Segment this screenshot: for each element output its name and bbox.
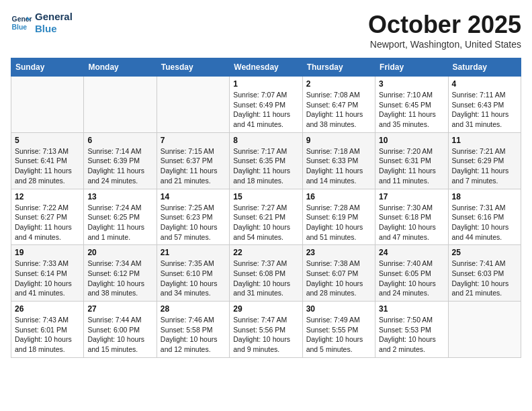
calendar-cell: 5Sunrise: 7:13 AM Sunset: 6:41 PM Daylig… — [11, 132, 84, 189]
calendar-cell: 8Sunrise: 7:17 AM Sunset: 6:35 PM Daylig… — [230, 132, 302, 189]
day-number: 17 — [379, 192, 444, 201]
day-info: Sunrise: 7:14 AM Sunset: 6:39 PM Dayligh… — [87, 146, 152, 186]
title-area: October 2025 Newport, Washington, United… — [368, 11, 521, 50]
calendar-cell: 12Sunrise: 7:22 AM Sunset: 6:27 PM Dayli… — [11, 189, 84, 245]
calendar-cell: 11Sunrise: 7:21 AM Sunset: 6:29 PM Dayli… — [448, 132, 521, 189]
week-row-4: 19Sunrise: 7:33 AM Sunset: 6:14 PM Dayli… — [11, 245, 521, 302]
calendar-cell: 17Sunrise: 7:30 AM Sunset: 6:18 PM Dayli… — [375, 189, 448, 245]
calendar-cell: 15Sunrise: 7:27 AM Sunset: 6:21 PM Dayli… — [230, 189, 302, 245]
day-number: 26 — [15, 304, 80, 314]
day-info: Sunrise: 7:13 AM Sunset: 6:41 PM Dayligh… — [15, 146, 80, 186]
day-info: Sunrise: 7:21 AM Sunset: 6:29 PM Dayligh… — [452, 146, 517, 186]
calendar-cell: 30Sunrise: 7:49 AM Sunset: 5:55 PM Dayli… — [302, 302, 375, 358]
day-header-monday: Monday — [84, 58, 157, 77]
day-info: Sunrise: 7:34 AM Sunset: 6:12 PM Dayligh… — [87, 259, 152, 298]
week-row-2: 5Sunrise: 7:13 AM Sunset: 6:41 PM Daylig… — [11, 132, 521, 189]
day-info: Sunrise: 7:08 AM Sunset: 6:47 PM Dayligh… — [306, 90, 371, 130]
day-number: 18 — [452, 192, 517, 201]
day-number: 16 — [306, 192, 371, 201]
day-number: 10 — [379, 136, 444, 145]
calendar-cell: 14Sunrise: 7:25 AM Sunset: 6:23 PM Dayli… — [157, 189, 229, 245]
day-info: Sunrise: 7:31 AM Sunset: 6:16 PM Dayligh… — [452, 203, 517, 242]
day-info: Sunrise: 7:30 AM Sunset: 6:18 PM Dayligh… — [379, 203, 444, 242]
day-number: 2 — [306, 79, 371, 89]
day-info: Sunrise: 7:44 AM Sunset: 6:00 PM Dayligh… — [87, 315, 152, 355]
calendar-cell: 16Sunrise: 7:28 AM Sunset: 6:19 PM Dayli… — [302, 189, 375, 245]
location-subtitle: Newport, Washington, United States — [368, 39, 521, 50]
logo-line1: General — [35, 11, 73, 23]
calendar-cell — [448, 302, 521, 358]
day-number: 22 — [233, 248, 298, 257]
day-number: 6 — [87, 136, 152, 145]
calendar-cell: 10Sunrise: 7:20 AM Sunset: 6:31 PM Dayli… — [375, 132, 448, 189]
week-row-1: 1Sunrise: 7:07 AM Sunset: 6:49 PM Daylig… — [11, 77, 521, 133]
calendar-cell — [11, 77, 84, 133]
day-number: 30 — [306, 304, 371, 314]
day-number: 29 — [233, 304, 298, 314]
calendar-cell: 20Sunrise: 7:34 AM Sunset: 6:12 PM Dayli… — [84, 245, 157, 302]
calendar-cell: 18Sunrise: 7:31 AM Sunset: 6:16 PM Dayli… — [448, 189, 521, 245]
calendar-cell: 19Sunrise: 7:33 AM Sunset: 6:14 PM Dayli… — [11, 245, 84, 302]
day-info: Sunrise: 7:25 AM Sunset: 6:23 PM Dayligh… — [161, 203, 226, 242]
day-number: 8 — [233, 136, 298, 145]
calendar-cell — [157, 77, 229, 133]
logo-line2: Blue — [35, 23, 73, 35]
day-info: Sunrise: 7:10 AM Sunset: 6:45 PM Dayligh… — [379, 90, 444, 130]
calendar-cell: 6Sunrise: 7:14 AM Sunset: 6:39 PM Daylig… — [84, 132, 157, 189]
day-number: 27 — [87, 304, 152, 314]
day-info: Sunrise: 7:20 AM Sunset: 6:31 PM Dayligh… — [379, 146, 444, 186]
day-info: Sunrise: 7:41 AM Sunset: 6:03 PM Dayligh… — [452, 259, 517, 298]
calendar-cell: 26Sunrise: 7:43 AM Sunset: 6:01 PM Dayli… — [11, 302, 84, 358]
day-number: 13 — [87, 192, 152, 201]
day-header-tuesday: Tuesday — [157, 58, 229, 77]
day-info: Sunrise: 7:40 AM Sunset: 6:05 PM Dayligh… — [379, 259, 444, 298]
day-number: 28 — [161, 304, 226, 314]
calendar-cell: 22Sunrise: 7:37 AM Sunset: 6:08 PM Dayli… — [230, 245, 302, 302]
calendar-cell: 31Sunrise: 7:50 AM Sunset: 5:53 PM Dayli… — [375, 302, 448, 358]
day-number: 1 — [233, 79, 298, 89]
calendar-cell: 24Sunrise: 7:40 AM Sunset: 6:05 PM Dayli… — [375, 245, 448, 302]
day-info: Sunrise: 7:47 AM Sunset: 5:56 PM Dayligh… — [233, 315, 298, 355]
day-header-sunday: Sunday — [11, 58, 84, 77]
calendar-cell: 1Sunrise: 7:07 AM Sunset: 6:49 PM Daylig… — [230, 77, 302, 133]
calendar-cell: 27Sunrise: 7:44 AM Sunset: 6:00 PM Dayli… — [84, 302, 157, 358]
day-info: Sunrise: 7:33 AM Sunset: 6:14 PM Dayligh… — [15, 259, 80, 298]
calendar-table: SundayMondayTuesdayWednesdayThursdayFrid… — [11, 58, 521, 358]
calendar-cell: 23Sunrise: 7:38 AM Sunset: 6:07 PM Dayli… — [302, 245, 375, 302]
calendar-cell: 9Sunrise: 7:18 AM Sunset: 6:33 PM Daylig… — [302, 132, 375, 189]
calendar-cell: 13Sunrise: 7:24 AM Sunset: 6:25 PM Dayli… — [84, 189, 157, 245]
svg-text:Blue: Blue — [12, 24, 28, 31]
logo-icon: General Blue — [11, 12, 32, 34]
day-info: Sunrise: 7:24 AM Sunset: 6:25 PM Dayligh… — [87, 203, 152, 242]
day-info: Sunrise: 7:50 AM Sunset: 5:53 PM Dayligh… — [379, 315, 444, 355]
day-info: Sunrise: 7:28 AM Sunset: 6:19 PM Dayligh… — [306, 203, 371, 242]
calendar-cell — [84, 77, 157, 133]
day-header-thursday: Thursday — [302, 58, 375, 77]
day-number: 14 — [161, 192, 226, 201]
day-info: Sunrise: 7:27 AM Sunset: 6:21 PM Dayligh… — [233, 203, 298, 242]
day-header-saturday: Saturday — [448, 58, 521, 77]
day-info: Sunrise: 7:46 AM Sunset: 5:58 PM Dayligh… — [161, 315, 226, 355]
calendar-cell: 7Sunrise: 7:15 AM Sunset: 6:37 PM Daylig… — [157, 132, 229, 189]
day-number: 20 — [87, 248, 152, 257]
day-number: 5 — [15, 136, 80, 145]
day-info: Sunrise: 7:11 AM Sunset: 6:43 PM Dayligh… — [452, 90, 517, 130]
day-number: 21 — [161, 248, 226, 257]
day-number: 9 — [306, 136, 371, 145]
day-number: 4 — [452, 79, 517, 89]
day-info: Sunrise: 7:15 AM Sunset: 6:37 PM Dayligh… — [161, 146, 226, 186]
day-header-friday: Friday — [375, 58, 448, 77]
logo: General Blue General Blue — [11, 11, 73, 35]
calendar-cell: 29Sunrise: 7:47 AM Sunset: 5:56 PM Dayli… — [230, 302, 302, 358]
day-info: Sunrise: 7:43 AM Sunset: 6:01 PM Dayligh… — [15, 315, 80, 355]
day-info: Sunrise: 7:49 AM Sunset: 5:55 PM Dayligh… — [306, 315, 371, 355]
day-number: 12 — [15, 192, 80, 201]
day-number: 19 — [15, 248, 80, 257]
day-number: 3 — [379, 79, 444, 89]
calendar-cell: 4Sunrise: 7:11 AM Sunset: 6:43 PM Daylig… — [448, 77, 521, 133]
day-info: Sunrise: 7:22 AM Sunset: 6:27 PM Dayligh… — [15, 203, 80, 242]
day-header-wednesday: Wednesday — [230, 58, 302, 77]
day-info: Sunrise: 7:18 AM Sunset: 6:33 PM Dayligh… — [306, 146, 371, 186]
week-row-3: 12Sunrise: 7:22 AM Sunset: 6:27 PM Dayli… — [11, 189, 521, 245]
day-number: 24 — [379, 248, 444, 257]
